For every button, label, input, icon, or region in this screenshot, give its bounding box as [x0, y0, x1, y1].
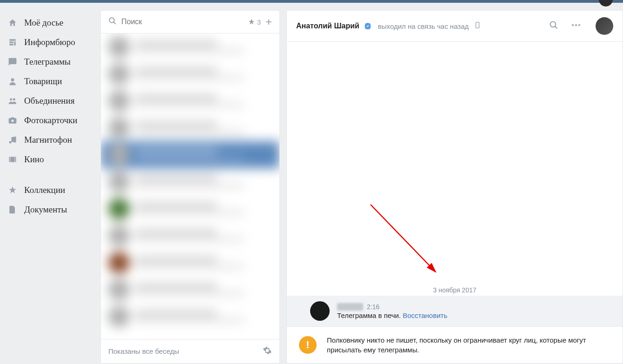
message-text: Телеграмма в печи. Восстановить: [337, 311, 613, 319]
svg-point-7: [109, 18, 114, 23]
sidebar-item-friends[interactable]: Товарищи: [5, 72, 98, 91]
home-icon: [7, 18, 18, 28]
chat-name[interactable]: Анатолий Шарий: [296, 22, 359, 30]
svg-point-12: [578, 24, 580, 26]
dialogs-panel: 3 + Показаны все беседы: [100, 10, 280, 364]
sidebar-item-messages[interactable]: Телеграммы: [5, 52, 98, 72]
svg-rect-8: [476, 22, 479, 28]
svg-line-13: [371, 205, 436, 272]
verified-icon: [364, 22, 371, 30]
dialogs-list[interactable]: [101, 33, 279, 339]
search-input[interactable]: [121, 18, 243, 26]
deleted-text: Телеграмма в печи.: [337, 311, 403, 319]
dialogs-footer: Показаны все беседы: [101, 339, 279, 363]
sidebar-item-label: Кино: [24, 154, 44, 165]
message-sender-redacted: [337, 303, 363, 311]
svg-point-4: [9, 141, 12, 144]
chat-avatar[interactable]: [596, 17, 613, 35]
sidebar-item-groups[interactable]: Объединения: [5, 91, 98, 111]
svg-point-5: [14, 140, 16, 143]
more-icon[interactable]: [567, 20, 585, 33]
sidebar-item-label: Документы: [24, 205, 67, 215]
sidebar-item-bookmarks[interactable]: Коллекции: [5, 180, 98, 200]
svg-point-0: [11, 78, 14, 81]
svg-point-9: [550, 22, 556, 27]
sidebar-item-photos[interactable]: Фотокарточки: [5, 111, 98, 130]
sidebar-item-label: Фотокарточки: [24, 115, 77, 126]
chat-search-icon[interactable]: [545, 20, 562, 32]
dialogs-footer-text: Показаны все беседы: [108, 347, 179, 355]
date-divider: 3 ноября 2017: [287, 286, 623, 294]
message-avatar[interactable]: [310, 301, 330, 321]
sidebar-item-documents[interactable]: Документы: [5, 200, 98, 219]
message-time: 2:16: [367, 303, 379, 311]
chat-body: 3 ноября 2017 2:16 Телеграмма в печи. Во…: [287, 42, 623, 326]
docs-icon: [7, 205, 18, 215]
svg-point-2: [13, 98, 15, 100]
news-icon: [7, 37, 18, 47]
starred-count: 3: [257, 18, 261, 26]
sidebar-item-label: Телеграммы: [24, 57, 71, 67]
svg-point-1: [10, 98, 12, 100]
restriction-notice: ! Полковнику никто не пишет, поскольку о…: [287, 326, 623, 363]
video-icon: [7, 154, 18, 165]
warning-icon: !: [299, 336, 317, 354]
arrow-annotation: [366, 200, 450, 284]
restore-link[interactable]: Восстановить: [403, 311, 447, 319]
music-icon: [7, 135, 18, 145]
deleted-message: 2:16 Телеграмма в печи. Восстановить: [287, 296, 623, 326]
gear-icon[interactable]: [263, 346, 272, 357]
sidebar-item-label: Объединения: [24, 96, 74, 106]
sidebar-item-news[interactable]: Информбюро: [5, 33, 98, 52]
chat-status: выходил на связь час назад: [378, 22, 469, 30]
sidebar-item-label: Информбюро: [24, 37, 75, 47]
dialogs-header: 3 +: [101, 11, 279, 33]
mobile-icon: [475, 22, 480, 30]
svg-point-11: [575, 24, 577, 26]
star-icon: [7, 185, 18, 195]
groups-icon: [7, 96, 18, 106]
sidebar-item-music[interactable]: Магнитофон: [5, 130, 98, 150]
svg-point-3: [12, 119, 14, 122]
svg-point-10: [572, 24, 574, 26]
sidebar-item-label: Товарищи: [24, 76, 62, 86]
sidebar-item-label: Магнитофон: [24, 135, 72, 145]
layout: Моё досье Информбюро Телеграммы Товарищи…: [0, 3, 623, 364]
sidebar-item-label: Моё досье: [24, 18, 63, 28]
sidebar: Моё досье Информбюро Телеграммы Товарищи…: [0, 3, 98, 364]
sidebar-item-profile[interactable]: Моё досье: [5, 13, 98, 33]
search-icon: [108, 17, 117, 27]
sidebar-item-label: Коллекции: [24, 185, 65, 195]
notice-text: Полковнику никто не пишет, поскольку он …: [327, 335, 610, 355]
starred-filter[interactable]: 3: [248, 18, 261, 26]
chat-panel: Анатолий Шарий выходил на связь час наза…: [286, 10, 623, 364]
topbar: [0, 0, 623, 3]
messages-icon: [7, 57, 18, 67]
chat-header: Анатолий Шарий выходил на связь час наза…: [287, 11, 623, 42]
sidebar-item-video[interactable]: Кино: [5, 150, 98, 169]
photos-icon: [7, 115, 18, 126]
friends-icon: [7, 76, 18, 86]
new-dialog-button[interactable]: +: [265, 15, 272, 28]
